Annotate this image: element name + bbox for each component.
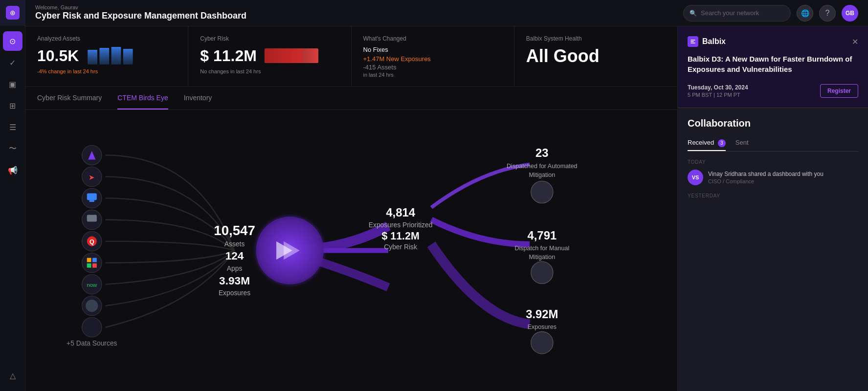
grid-icon: ⊞ [9,101,16,110]
svg-text:Exposures: Exposures [528,324,556,330]
collab-tab-received[interactable]: Received 3 [688,136,726,151]
svg-text:➤: ➤ [89,173,95,181]
svg-text:4,791: 4,791 [527,229,556,242]
dashboard-body: Analyzed Assets 10.5K [25,26,868,391]
svg-text:Mitigation: Mitigation [529,172,555,178]
svg-rect-24 [87,263,91,268]
collaboration-card: Collaboration Received 3 Sent TODAY VS V… [678,108,868,391]
svg-text:4,814: 4,814 [386,206,415,219]
analyzed-assets-value-row: 10.5K [37,46,176,65]
svg-text:$ 11.2M: $ 11.2M [382,230,420,242]
cyber-risk-value: $ 11.2M [200,47,257,65]
balbix-logo-icon [688,36,698,47]
collab-item-sub: CISO / Compliance [708,178,823,184]
main-content: Welcome, Gaurav Cyber Risk and Exposure … [25,0,868,391]
sidebar-item-list[interactable]: ☰ [3,117,22,137]
balbix-event-date: Tuesday, Oct 30, 2024 [688,84,748,91]
search-icon: 🔍 [690,10,697,17]
register-button[interactable]: Register [820,84,858,98]
metrics-row: Analyzed Assets 10.5K [25,26,677,87]
collab-section-today: TODAY [688,159,858,165]
svg-rect-18 [89,200,94,202]
collaboration-title: Collaboration [688,118,858,129]
whats-changed-label: What's Changed [363,35,502,42]
svg-rect-2 [111,47,121,65]
svg-rect-22 [87,258,91,262]
balbix-logo-text: Balbix [702,37,726,46]
whats-changed-assets: -415 Assets [363,64,502,71]
globe-icon: 🌐 [801,9,809,17]
svg-point-52 [531,331,553,353]
sidebar-item-warning[interactable]: △ [3,366,22,385]
svg-text:Cyber Risk: Cyber Risk [384,243,417,251]
svg-rect-0 [88,50,98,65]
user-avatar[interactable]: GB [842,5,858,22]
flow-diagram: ➤ Q now [25,110,677,391]
sidebar-item-security[interactable]: ✓ [3,53,22,72]
close-button[interactable]: ✕ [852,37,858,46]
metric-cyber-risk: Cyber Risk $ 11.2M [188,26,351,87]
balbix-card-footer: Tuesday, Oct 30, 2024 5 PM BST | 12 PM P… [688,84,858,98]
svg-rect-23 [92,258,97,262]
svg-text:Q: Q [89,239,94,245]
monitor-icon: ▣ [9,80,16,89]
balbix-logo: Balbix [688,36,726,47]
svg-text:Apps: Apps [227,264,243,272]
shield-icon: ✓ [9,58,16,67]
topbar-welcome: Welcome, Gaurav [35,4,675,11]
sidebar-item-analytics[interactable]: 〜 [3,139,22,158]
svg-point-11 [82,253,102,273]
analyzed-assets-label: Analyzed Assets [37,35,176,42]
balbix-card-header: Balbix ✕ [688,36,858,47]
search-placeholder: Search your network [701,9,759,17]
analyzed-assets-value: 10.5K [37,47,79,65]
svg-point-49 [531,261,553,283]
svg-text:Exposures Prioritized: Exposures Prioritized [369,221,433,229]
cyber-risk-value-row: $ 11.2M [200,46,339,65]
sidebar-logo[interactable]: ⊕ [0,0,25,25]
globe-button[interactable]: 🌐 [797,5,813,22]
svg-point-45 [531,181,553,203]
collab-item-text: Vinay Sridhara shared a dashboard with y… [708,170,823,178]
received-badge: 3 [718,139,726,147]
left-panel: Analyzed Assets 10.5K [25,26,677,391]
flow-area: ➤ Q now [25,110,677,391]
sidebar-item-monitor[interactable]: ▣ [3,74,22,94]
analytics-icon: 〜 [9,144,17,154]
svg-text:3.92M: 3.92M [526,307,558,321]
tab-cyber-risk-summary[interactable]: Cyber Risk Summary [37,87,102,109]
warning-icon: △ [10,371,16,380]
help-button[interactable]: ? [819,5,836,22]
svg-text:23: 23 [535,146,549,159]
topbar: Welcome, Gaurav Cyber Risk and Exposure … [25,0,868,26]
topbar-title: Cyber Risk and Exposure Management Dashb… [35,11,675,22]
metric-system-health: Balbix System Health All Good [514,26,677,87]
sidebar-item-dashboard[interactable]: ⊙ [3,31,22,51]
search-bar[interactable]: 🔍 Search your network [683,5,791,22]
svg-text:Dispatch for Manual: Dispatch for Manual [514,245,569,252]
system-health-value: All Good [526,46,666,66]
cyber-risk-change: No changes in last 24 hrs [200,68,339,74]
svg-rect-5 [265,48,302,63]
cyber-risk-chart [265,46,339,65]
metric-whats-changed: What's Changed No Fixes +1.47M New Expos… [352,26,514,87]
whats-changed-exposures: +1.47M New Exposures [363,55,502,63]
svg-text:Exposures: Exposures [219,289,250,297]
sidebar-item-grid[interactable]: ⊞ [3,96,22,115]
tab-ctem-birds-eye[interactable]: CTEM Birds Eye [117,87,168,109]
svg-rect-1 [100,48,110,65]
right-panel: Balbix ✕ Balbix D3: A New Dawn for Faste… [677,26,868,391]
sidebar-item-alerts[interactable]: 📢 [3,160,22,180]
collaboration-tabs: Received 3 Sent [688,136,858,152]
collab-tab-sent[interactable]: Sent [735,136,749,151]
balbix-announcement-card: Balbix ✕ Balbix D3: A New Dawn for Faste… [678,26,868,108]
balbix-event-info: Tuesday, Oct 30, 2024 5 PM BST | 12 PM P… [688,84,748,98]
balbix-event-time: 5 PM BST | 12 PM PT [688,92,748,98]
svg-text:now: now [87,282,97,288]
svg-point-27 [86,300,98,312]
tab-inventory[interactable]: Inventory [184,87,212,109]
whats-changed-period: in last 24 hrs [363,72,502,78]
help-icon: ? [825,9,830,18]
svg-text:3.93M: 3.93M [219,275,250,287]
analyzed-assets-chart [87,46,176,65]
